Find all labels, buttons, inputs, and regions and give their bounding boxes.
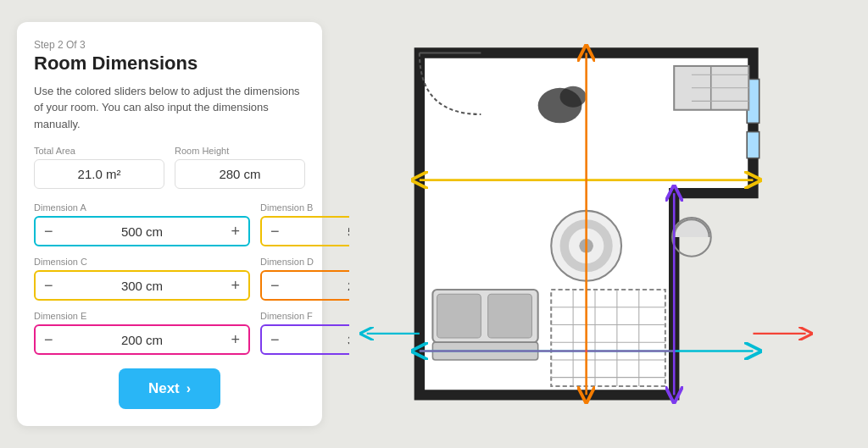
dim-c-plus[interactable]: + [223,272,249,299]
dim-a-minus[interactable]: − [36,218,62,245]
total-area-input[interactable] [34,159,164,189]
dim-a-plus[interactable]: + [223,218,249,245]
room-height-input[interactable] [175,159,305,189]
dim-d-minus[interactable]: − [262,272,288,299]
total-area-group: Total Area [34,146,164,189]
left-panel: Step 2 Of 3 Room Dimensions Use the colo… [17,22,322,427]
dimension-c-group: Dimension C − + [34,257,250,301]
room-height-group: Room Height [175,146,305,189]
room-height-label: Room Height [175,146,305,156]
dim-e-control: − + [34,324,250,355]
step-label: Step 2 Of 3 [34,39,305,51]
panel-description: Use the colored sliders below to adjust … [34,83,305,133]
dim-c-input[interactable] [62,279,223,293]
dim-a-input[interactable] [62,224,223,239]
dimensions-grid: Dimension A − + Dimension B − + Dimensio… [34,202,305,355]
floorplan-svg [349,18,841,430]
dim-a-control: − + [34,216,250,246]
svg-rect-9 [488,294,532,338]
chevron-right-icon: › [186,381,191,396]
floorplan-panel [339,17,851,431]
dim-f-minus[interactable]: − [262,326,288,353]
dim-e-label: Dimension E [34,311,250,321]
next-button[interactable]: Next › [119,368,220,409]
dim-c-label: Dimension C [34,257,250,267]
dim-b-minus[interactable]: − [262,218,288,245]
next-label: Next [148,380,180,397]
metrics-row: Total Area Room Height [34,146,305,189]
dim-e-minus[interactable]: − [36,326,62,353]
svg-rect-5 [747,132,759,158]
dim-c-minus[interactable]: − [36,272,62,299]
dimension-e-group: Dimension E − + [34,311,250,355]
svg-rect-8 [437,294,481,338]
dim-a-label: Dimension A [34,202,250,213]
panel-title: Room Dimensions [34,53,305,75]
dim-e-input[interactable] [62,333,223,347]
dim-e-plus[interactable]: + [223,326,249,353]
total-area-label: Total Area [34,146,164,156]
svg-point-24 [560,86,587,108]
dimension-a-group: Dimension A − + [34,202,250,246]
dim-c-control: − + [34,270,250,301]
